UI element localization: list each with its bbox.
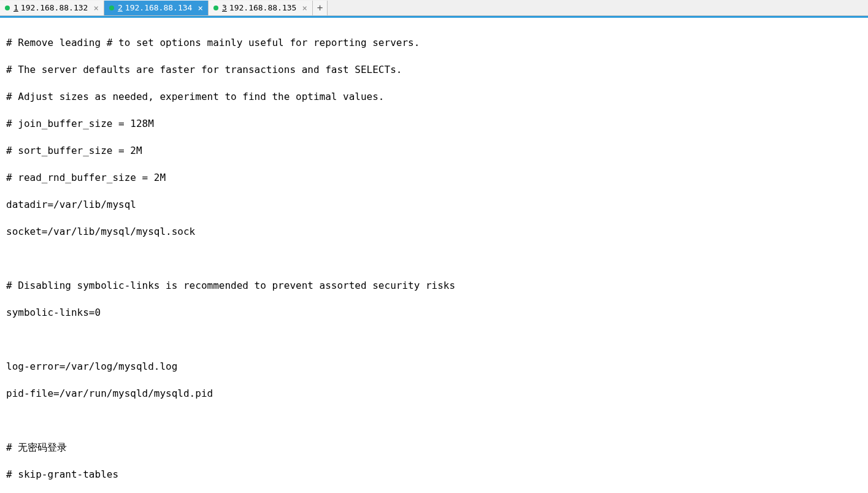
- close-icon[interactable]: ×: [298, 3, 307, 13]
- tab-label: 192.168.88.132: [21, 3, 88, 12]
- tab-number: 3: [222, 3, 227, 12]
- blank-line: [6, 414, 862, 427]
- code-line: # join_buffer_size = 128M: [6, 117, 862, 131]
- code-line: # Adjust sizes as needed, experiment to …: [6, 90, 862, 104]
- blank-line: [6, 252, 862, 266]
- status-dot-icon: [5, 6, 10, 10]
- code-line: # read_rnd_buffer_size = 2M: [6, 171, 862, 185]
- tab-2[interactable]: 2 192.168.88.134 ×: [104, 1, 209, 15]
- code-line: socket=/var/lib/mysql/mysql.sock: [6, 225, 862, 239]
- tab-number: 1: [13, 3, 18, 12]
- code-line: datadir=/var/lib/mysql: [6, 198, 862, 212]
- tab-number: 2: [118, 3, 123, 12]
- blank-line: [6, 333, 862, 346]
- code-line: pid-file=/var/run/mysqld/mysqld.pid: [6, 387, 862, 400]
- tab-bar: 1 192.168.88.132 × 2 192.168.88.134 × 3 …: [0, 0, 868, 16]
- tab-1[interactable]: 1 192.168.88.132 ×: [0, 1, 104, 15]
- editor-content[interactable]: # Remove leading # to set options mainly…: [0, 18, 868, 493]
- code-line: # skip-grant-tables: [6, 468, 862, 481]
- code-line: # sort_buffer_size = 2M: [6, 144, 862, 158]
- tab-3[interactable]: 3 192.168.88.135 ×: [209, 1, 313, 15]
- tab-label: 192.168.88.134: [125, 3, 193, 12]
- close-icon[interactable]: ×: [193, 3, 203, 13]
- status-dot-icon: [213, 6, 218, 10]
- code-line: # Disabling symbolic-links is recommende…: [6, 279, 862, 292]
- tab-label: 192.168.88.135: [229, 3, 297, 12]
- code-line: log-error=/var/log/mysqld.log: [6, 360, 862, 373]
- code-line: # Remove leading # to set options mainly…: [6, 36, 862, 50]
- code-line: # The server defaults are faster for tra…: [6, 63, 862, 77]
- code-line: symbolic-links=0: [6, 306, 862, 319]
- code-line: # 无密码登录: [6, 441, 862, 454]
- status-dot-icon: [109, 6, 114, 10]
- close-icon[interactable]: ×: [89, 3, 99, 13]
- add-tab-button[interactable]: +: [313, 1, 328, 15]
